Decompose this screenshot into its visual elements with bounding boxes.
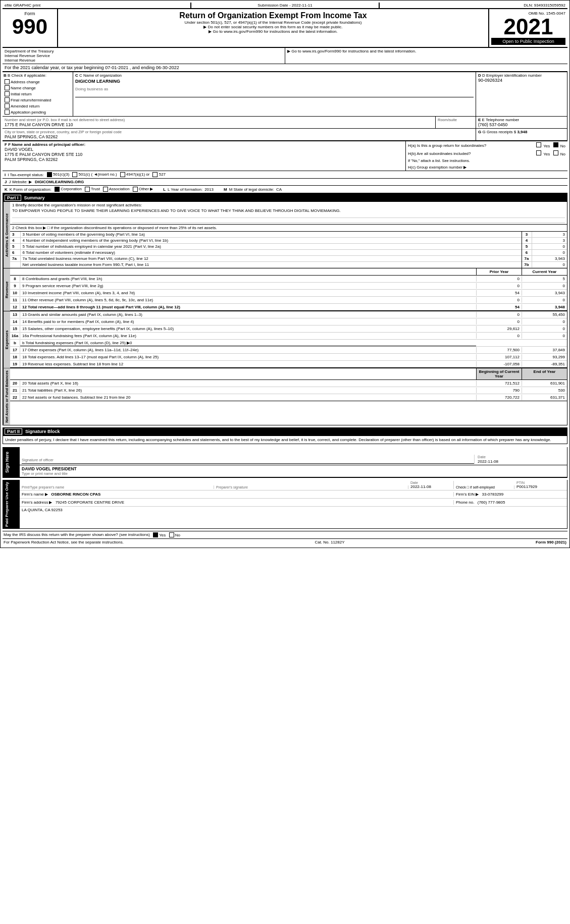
i-label: I Tax-exempt status: [8,173,43,177]
line3-val: 3 [532,232,567,238]
ha-no-checkbox [553,142,558,147]
eoy-header: End of Year [522,368,567,379]
line7a-label: 7a Total unrelated business revenue from… [20,256,522,262]
part2-title: Signature Block [25,429,60,434]
name-type-label: Type or print name and title [22,471,565,476]
firm-name-value: OSBORNE RINCON CPAS [51,492,100,497]
footer-no-label: No [175,533,180,537]
line3-label: 3 Number of voting members of the govern… [20,232,522,238]
other-checkbox [133,187,138,192]
form-subtitle1: Under section 501(c), 527, or 4947(a)(1)… [60,20,486,25]
hb-note: If "No," attach a list. See instructions… [408,158,565,163]
signature-label: Signature of officer [22,458,474,462]
cat-no: Cat. No. 11282Y [315,540,344,545]
dba-value [75,91,474,97]
current-year-header: Current Year [522,268,567,275]
final-return-row: Final return/terminated [4,97,72,103]
address-change-row: Address change [4,79,72,85]
gross-receipts: 3,948 [517,130,527,134]
declaration-text: Under penalties of perjury, I declare th… [5,438,565,442]
expenses-label: Expenses [3,311,10,368]
line15-prior: 29,612 [476,326,522,332]
org-name: DIGICOM LEARNING [75,79,474,84]
line6-label: 6 Total number of volunteers (estimate i… [20,250,522,256]
corp-checkbox [55,187,60,192]
sign-date-label: Date [478,455,565,459]
principal-name: DAVID VOGEL [5,147,403,152]
form-title: Return of Organization Exempt From Incom… [60,11,486,20]
hb-yes-checkbox [536,150,541,155]
line1-label: 1 Briefly describe the organization's mi… [12,203,565,207]
line20-eoy: 631,901 [522,381,567,386]
ptin-label: PTIN [516,481,563,484]
d-label: D Employer identification number [482,73,542,78]
line15-current: 0 [522,326,567,332]
city-value: PALM SPRINGS, CA 92262 [5,134,474,139]
final-return-checkbox [5,97,10,102]
preparer-section-label: Paid Preparer Use Only [3,480,19,529]
phone-no-label: Phone no. [456,500,474,505]
line22-boc: 720,722 [476,395,522,400]
line7b-val: 0 [532,262,567,268]
line13-label: 13 Grants and similar amounts paid (Part… [20,312,476,317]
m-label: M State of legal domicile: [229,187,274,192]
name-change-label: Name change [11,86,36,90]
line5-val: 0 [532,244,567,250]
open-public-label: Open to Public Inspection [491,38,565,45]
street-address: 1775 E PALM CANYON DRIVE 110 [5,122,433,127]
line13-current: 55,450 [522,312,567,317]
line12-current: 3,948 [522,304,567,310]
address-change-checkbox [5,79,10,84]
f-label: F Name and address of principal officer: [8,142,85,147]
form-subtitle3: ▶ Go to www.irs.gov/Form990 for instruct… [60,29,486,34]
address-label: Number and street (or P.O. box if mail i… [5,118,433,122]
mission-text: TO EMPOWER YOUNG PEOPLE TO SHARE THEIR L… [12,208,565,213]
subtitle3-repeat: ▶ Go to www.irs.gov/Form990 for instruct… [287,49,565,53]
part2-label: Part II [5,428,22,434]
line10-label: 10 Investment income (Part VIII, column … [20,290,476,296]
boc-header: Beginning of Current Year [476,368,522,379]
line9-label: 9 Program service revenue (Part VIII, li… [20,283,476,289]
line12-label: 12 Total revenue—add lines 8 through 11 … [20,304,476,310]
g-label: G Gross receipts $ [482,130,516,134]
cx-label: 501(c) ( [79,172,93,177]
line11-label: 11 Other revenue (Part VIII, column (A),… [20,297,476,303]
line4-val: 3 [532,238,567,244]
phone-value: (760) 777-9805 [478,500,505,505]
prior-year-header: Prior Year [476,268,522,275]
ptin-value: P00117929 [516,484,563,489]
initial-return-row: Initial return [4,91,72,97]
submission-date: Submission Date - 2022-11-11 [191,3,380,8]
efile-label: efile GRAPHIC print [3,3,191,8]
hc-label: H(c) Group exemption number ▶ [408,165,565,170]
line18-label: 18 Total expenses. Add lines 13–17 (must… [20,354,476,360]
line14-prior: 0 [476,319,522,324]
ha-no-label: No [560,144,565,148]
line6-val: 0 [532,250,567,256]
revenue-label: Revenue [3,268,10,311]
firm-city-value: LA QUINTA, CA 92253 [22,508,63,512]
tax-year: 2021 [491,16,565,38]
line16a-label: 16a Professional fundraising fees (Part … [20,333,476,339]
firm-address-value: 79245 CORPORATE CENTRE DRIVE [56,500,124,505]
cx-insert: ◄(insert no.) [93,172,117,177]
line16a-prior: 0 [476,333,522,339]
line7b-label: Net unrelated business taxable income fr… [20,262,522,268]
cx-checkbox [72,172,77,177]
trust-label: Trust [91,187,100,191]
line15-label: 15 Salaries, other compensation, employe… [20,326,476,332]
final-return-label: Final return/terminated [11,98,51,102]
l-label: L Year of formation: [168,187,202,192]
irs-label: Internal Revenue [5,58,283,63]
ha-yes-label: Yes [543,144,550,148]
line17-current: 37,849 [522,347,567,353]
part1-label: Part I [5,195,21,201]
sign-here-label: Sign Here [3,447,19,477]
j-label: J Website: ▶ [9,180,31,184]
form-label-footer: Form 990 (2021) [536,540,566,545]
s527-checkbox [152,172,158,177]
firm-ein-label: Firm's EIN ▶ [456,492,479,497]
ein-value: 90-0926324 [478,78,565,83]
hb-label: H(b) Are all subordinates included? [408,151,534,156]
line20-boc: 721,512 [476,381,522,386]
